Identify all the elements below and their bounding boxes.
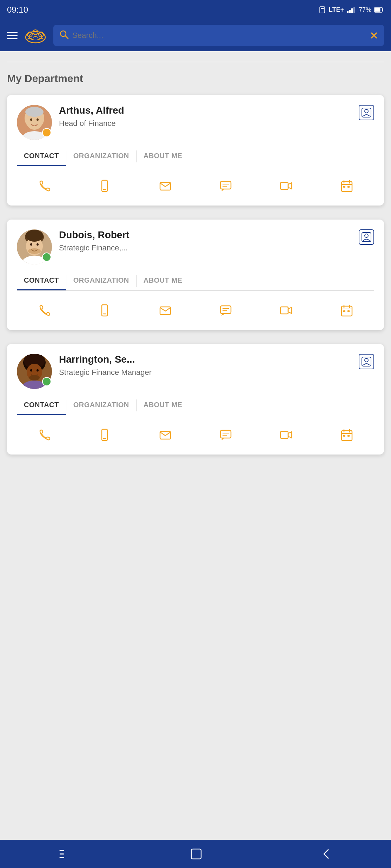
video-icon [280,180,292,192]
message-action-robert[interactable] [216,301,236,320]
search-input[interactable] [72,31,370,40]
card-info-harrington: Harrington, Se... Strategic Finance Mana… [59,354,352,378]
contact-card-robert: Dubois, Robert Strategic Finance,... CON… [7,220,384,330]
tab-organization-alfred[interactable]: ORGANIZATION [66,147,136,166]
card-info-alfred: Arthus, Alfred Head of Finance [59,105,352,129]
nav-home-button[interactable] [190,848,203,860]
svg-point-43 [37,243,39,246]
message-icon-robert [219,304,232,317]
card-header-robert: Dubois, Robert Strategic Finance,... [7,220,384,271]
svg-point-42 [30,243,32,246]
contact-name-robert: Dubois, Robert [59,229,352,241]
svg-line-16 [65,36,68,39]
email-action-alfred[interactable] [155,176,175,196]
hamburger-menu[interactable] [7,32,18,39]
svg-point-23 [25,107,44,117]
svg-rect-3 [347,11,349,13]
nav-menu-button[interactable] [59,848,73,860]
person-icon-svg [362,108,371,117]
phone-action-robert[interactable] [34,301,54,320]
phone-icon-robert [38,304,51,317]
svg-point-48 [365,234,368,237]
svg-point-67 [37,369,39,372]
video-action-robert[interactable] [276,301,296,320]
mobile-action-alfred[interactable] [95,176,114,196]
close-icon[interactable]: ✕ [370,29,378,42]
tab-aboutme-harrington[interactable]: ABOUT ME [137,396,190,415]
battery-icon [374,7,384,13]
mobile-action-robert[interactable] [95,301,114,320]
person-icon-svg-robert [362,232,371,242]
svg-point-20 [30,119,32,121]
svg-rect-4 [349,10,351,13]
logo-svg [24,27,47,44]
svg-point-69 [29,375,40,381]
tab-organization-robert[interactable]: ORGANIZATION [66,271,136,290]
email-icon-robert [159,304,172,317]
svg-rect-83 [343,435,345,437]
message-action-alfred[interactable] [216,176,236,196]
svg-rect-60 [343,310,345,312]
contact-name-alfred: Arthus, Alfred [59,105,352,116]
status-dot-alfred [42,128,51,137]
svg-rect-32 [280,182,288,189]
svg-rect-88 [191,849,201,859]
card-header-harrington: Harrington, Se... Strategic Finance Mana… [7,344,384,396]
tab-contact-harrington[interactable]: CONTACT [17,396,66,415]
svg-rect-79 [342,431,352,440]
tab-contact-alfred[interactable]: CONTACT [17,147,66,166]
profile-detail-icon-alfred[interactable] [359,105,374,120]
calendar-action-robert[interactable] [337,301,357,320]
svg-rect-61 [347,310,350,312]
svg-rect-8 [382,8,383,11]
mobile-icon-robert [98,304,111,317]
contact-title-harrington: Strategic Finance Manager [59,367,352,378]
message-action-harrington[interactable] [216,425,236,445]
email-action-harrington[interactable] [155,425,175,445]
svg-rect-37 [343,186,345,188]
mobile-action-harrington[interactable] [95,425,114,445]
lte-label: LTE+ [329,6,344,14]
svg-rect-38 [347,186,350,188]
three-lines-icon [59,848,73,860]
card-actions-robert [7,291,384,330]
message-icon [219,180,232,192]
email-icon-harrington [159,429,172,441]
section-title: My Department [7,69,384,85]
svg-rect-0 [320,7,325,13]
header: ✕ [0,20,391,51]
back-arrow-icon [320,848,332,860]
app-logo [23,26,48,45]
card-actions-alfred [7,166,384,206]
search-bar[interactable]: ✕ [53,25,384,46]
nav-back-button[interactable] [320,848,332,860]
profile-detail-icon-robert[interactable] [359,229,374,245]
svg-rect-1 [321,8,322,9]
status-time: 09:10 [7,5,28,15]
tab-aboutme-alfred[interactable]: ABOUT ME [137,147,190,166]
email-action-robert[interactable] [155,301,175,320]
phone-action-harrington[interactable] [34,425,54,445]
calendar-action-harrington[interactable] [337,425,357,445]
svg-point-46 [26,230,43,242]
profile-detail-icon-harrington[interactable] [359,354,374,369]
contact-title-robert: Strategic Finance,... [59,243,352,254]
person-icon-svg-harrington [362,357,371,366]
tab-organization-harrington[interactable]: ORGANIZATION [66,396,136,415]
avatar-container-robert [17,229,52,264]
tab-contact-robert[interactable]: CONTACT [17,271,66,290]
svg-rect-29 [220,181,231,189]
svg-rect-84 [347,435,350,437]
svg-rect-56 [342,306,352,316]
mobile-icon-harrington [98,429,111,441]
status-bar: 09:10 LTE+ 77% [0,0,391,20]
video-action-alfred[interactable] [276,176,296,196]
video-action-harrington[interactable] [276,425,296,445]
phone-action-alfred[interactable] [34,176,54,196]
tab-aboutme-robert[interactable]: ABOUT ME [137,271,190,290]
card-actions-harrington [7,415,384,455]
calendar-action-alfred[interactable] [337,176,357,196]
sim-icon [318,6,326,14]
svg-point-13 [33,30,38,35]
search-icon [59,29,69,42]
